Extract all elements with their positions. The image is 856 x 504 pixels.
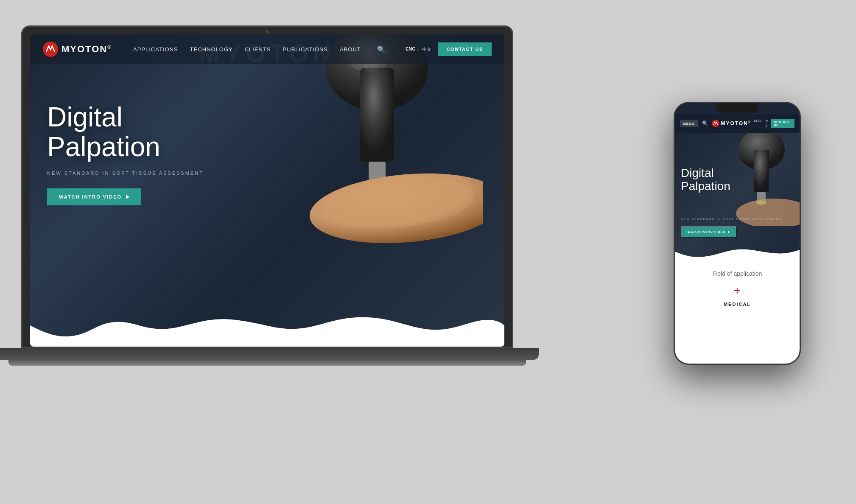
probe-svg — [271, 34, 483, 259]
hero-subtitle: NEW STANDARD IN SOFT TISSUE ASSESSMENT — [47, 171, 204, 176]
contact-us-button[interactable]: CONTACT US — [438, 42, 492, 56]
search-icon[interactable]: 🔍 — [377, 45, 386, 53]
nav-clients[interactable]: Clients — [245, 46, 271, 53]
hero-title: Digital Palpation — [47, 102, 204, 162]
laptop: MYOTON MYOTON® — [21, 25, 522, 407]
phone-lang-zh[interactable]: 中文 — [765, 119, 769, 128]
phone-logo-text: MYOTON® — [721, 120, 752, 126]
scene: MYOTON MYOTON® — [0, 0, 856, 504]
phone-white-section: Field of application + MEDICAL — [675, 258, 800, 364]
svg-rect-3 — [360, 68, 394, 162]
laptop-bottom — [8, 360, 526, 366]
lang-zh[interactable]: 中文 — [422, 46, 431, 53]
phone-plus-icon[interactable]: + — [675, 284, 800, 297]
lang-eng[interactable]: ENG — [406, 46, 416, 53]
nav-publications[interactable]: Publications — [283, 46, 328, 53]
phone-lang-eng[interactable]: ENG — [754, 119, 761, 128]
phone-hero-title: Digital Palpation — [681, 167, 730, 193]
phone-logo-icon — [712, 120, 719, 127]
logo-area[interactable]: MYOTON® — [43, 42, 112, 57]
phone-lang-switch: ENG | 中文 — [754, 119, 768, 128]
phone-contact-button[interactable]: CONTACT US — [771, 119, 794, 128]
logo-icon — [43, 42, 58, 57]
phone-menu-button[interactable]: MENU — [680, 120, 698, 127]
phone-medical-label: MEDICAL — [675, 302, 800, 307]
probe-visual — [271, 34, 483, 259]
hero-content: Digital Palpation NEW STANDARD IN SOFT T… — [47, 102, 204, 205]
website: MYOTON MYOTON® — [30, 34, 504, 347]
website-navbar: MYOTON® Applications Technology Clients … — [30, 34, 504, 64]
phone-hero: Digital Palpation NEW STANDARD IN SOFT T… — [675, 133, 800, 260]
nav-links: Applications Technology Clients Publicat… — [133, 45, 406, 53]
phone-hero-subtitle: NEW STANDARD IN SOFT TISSUE ASSESSMENT — [681, 218, 782, 221]
phone-logo[interactable]: MYOTON® — [712, 120, 752, 127]
phone-body: MENU 🔍 MYOTON® ENG | 中文 — [674, 102, 801, 365]
nav-applications[interactable]: Applications — [133, 46, 178, 53]
phone-navbar: MENU 🔍 MYOTON® ENG | 中文 — [675, 114, 800, 133]
phone-notch — [716, 103, 758, 113]
laptop-base — [0, 348, 539, 360]
phone-field-label: Field of application — [675, 258, 800, 277]
nav-technology[interactable]: Technology — [190, 46, 233, 53]
svg-point-16 — [736, 199, 800, 226]
phone-search-icon[interactable]: 🔍 — [702, 120, 708, 126]
white-wave — [30, 291, 504, 347]
phone-screen: MENU 🔍 MYOTON® ENG | 中文 — [675, 103, 800, 364]
watch-intro-button[interactable]: WATCH INTRO VIDEO — [47, 188, 141, 205]
lang-switch: ENG | 中文 — [406, 46, 431, 53]
logo-text: MYOTON® — [62, 44, 112, 55]
nav-right: ENG | 中文 CONTACT US — [406, 42, 492, 56]
phone-probe-svg — [719, 133, 800, 226]
nav-about[interactable]: About — [340, 46, 361, 53]
phone: MENU 🔍 MYOTON® ENG | 中文 — [674, 102, 801, 365]
svg-rect-13 — [754, 150, 769, 192]
laptop-screen: MYOTON MYOTON® — [30, 34, 504, 347]
laptop-camera — [266, 30, 269, 34]
phone-play-icon — [728, 231, 730, 233]
phone-watch-button[interactable]: WATCH INTRO VIDEO — [681, 226, 737, 238]
laptop-body: MYOTON MYOTON® — [21, 25, 513, 348]
play-arrow-icon — [126, 195, 129, 199]
